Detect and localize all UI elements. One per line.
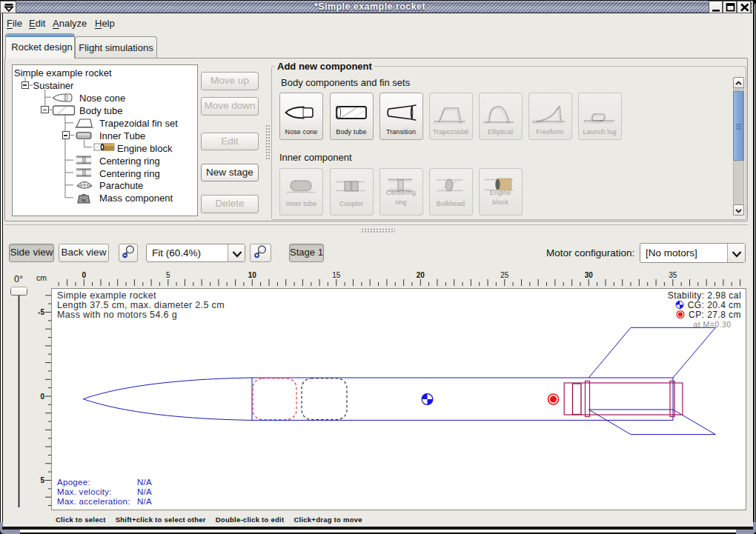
svg-text:15: 15 bbox=[332, 271, 341, 279]
svg-text:-5: -5 bbox=[38, 308, 44, 316]
svg-text:0: 0 bbox=[82, 271, 87, 279]
svg-text:30: 30 bbox=[585, 271, 594, 279]
svg-text:5: 5 bbox=[40, 476, 44, 484]
svg-text:25: 25 bbox=[500, 271, 509, 279]
svg-text:5: 5 bbox=[166, 271, 170, 279]
svg-text:0: 0 bbox=[40, 393, 44, 401]
svg-text:35: 35 bbox=[669, 271, 677, 279]
svg-text:20: 20 bbox=[417, 271, 425, 279]
svg-text:10: 10 bbox=[248, 271, 257, 279]
